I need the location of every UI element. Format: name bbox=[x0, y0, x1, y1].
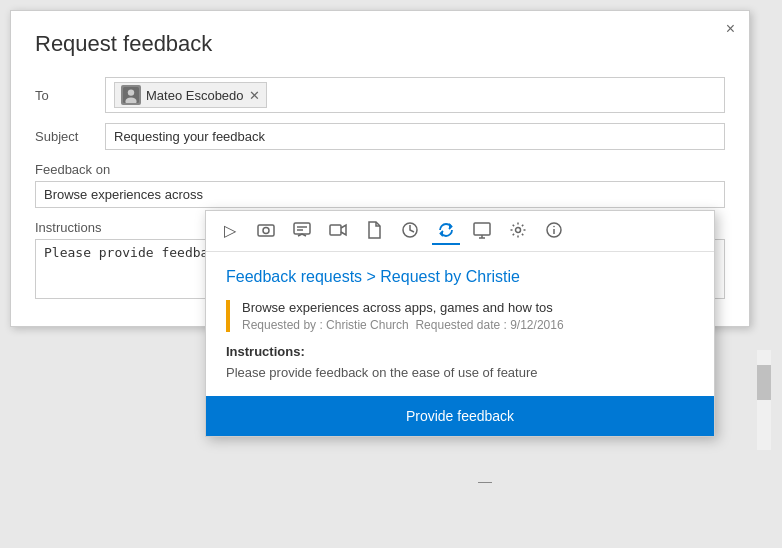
recipient-tag: Mateo Escobedo ✕ bbox=[114, 82, 267, 108]
chat-icon[interactable] bbox=[288, 217, 316, 245]
svg-rect-3 bbox=[258, 225, 274, 236]
requested-by-name: Christie Church bbox=[326, 318, 409, 332]
screen-icon[interactable] bbox=[468, 217, 496, 245]
provide-feedback-footer[interactable]: Provide feedback bbox=[206, 396, 714, 436]
feedback-on-section: Feedback on bbox=[35, 162, 725, 208]
svg-point-4 bbox=[263, 228, 269, 234]
play-icon[interactable]: ▷ bbox=[216, 217, 244, 245]
minimize-button[interactable]: — bbox=[478, 473, 492, 489]
scrollbar-thumb[interactable] bbox=[757, 365, 771, 400]
popup-content: — Feedback requests > Request by Christi… bbox=[206, 252, 714, 396]
svg-point-1 bbox=[128, 89, 134, 95]
feedback-item-meta: Requested by : Christie Church Requested… bbox=[242, 318, 694, 332]
to-row: To Mateo Escobedo ✕ bbox=[35, 77, 725, 113]
requested-by-label: Requested by : bbox=[242, 318, 323, 332]
gear-icon[interactable] bbox=[504, 217, 532, 245]
avatar bbox=[121, 85, 141, 105]
doc-icon[interactable] bbox=[360, 217, 388, 245]
instructions-detail-text: Please provide feedback on the ease of u… bbox=[226, 365, 694, 380]
breadcrumb-title: Feedback requests > Request by Christie bbox=[226, 268, 694, 286]
svg-point-13 bbox=[516, 228, 521, 233]
subject-row: Subject bbox=[35, 123, 725, 150]
subject-input[interactable] bbox=[105, 123, 725, 150]
recipient-input[interactable]: Mateo Escobedo ✕ bbox=[105, 77, 725, 113]
requested-date-label: Requested date : bbox=[415, 318, 506, 332]
recipient-name: Mateo Escobedo bbox=[146, 88, 244, 103]
scrollbar-track bbox=[757, 350, 771, 450]
feedback-item: Browse experiences across apps, games an… bbox=[226, 300, 694, 332]
popup-toolbar: ▷ bbox=[206, 211, 714, 252]
svg-rect-10 bbox=[474, 223, 490, 235]
info-icon[interactable] bbox=[540, 217, 568, 245]
video-icon[interactable] bbox=[324, 217, 352, 245]
feedback-on-input[interactable] bbox=[35, 181, 725, 208]
requested-date: 9/12/2016 bbox=[510, 318, 563, 332]
subject-label: Subject bbox=[35, 129, 105, 144]
clock-icon[interactable] bbox=[396, 217, 424, 245]
close-button[interactable]: × bbox=[726, 21, 735, 37]
orange-bar bbox=[226, 300, 230, 332]
feedback-item-content: Browse experiences across apps, games an… bbox=[242, 300, 694, 332]
dialog-title: Request feedback bbox=[35, 31, 725, 57]
svg-rect-5 bbox=[294, 223, 310, 234]
remove-recipient-icon[interactable]: ✕ bbox=[249, 88, 260, 103]
feedback-on-label: Feedback on bbox=[35, 162, 725, 177]
svg-rect-8 bbox=[330, 225, 341, 235]
provide-feedback-button[interactable]: Provide feedback bbox=[218, 408, 702, 424]
feedback-item-title: Browse experiences across apps, games an… bbox=[242, 300, 694, 315]
loop-icon[interactable] bbox=[432, 217, 460, 245]
to-label: To bbox=[35, 88, 105, 103]
instructions-heading: Instructions: bbox=[226, 344, 694, 359]
instructions-detail-section: Instructions: Please provide feedback on… bbox=[226, 344, 694, 380]
camera-icon[interactable] bbox=[252, 217, 280, 245]
svg-point-16 bbox=[553, 226, 555, 228]
popup-panel: ▷ bbox=[205, 210, 715, 437]
